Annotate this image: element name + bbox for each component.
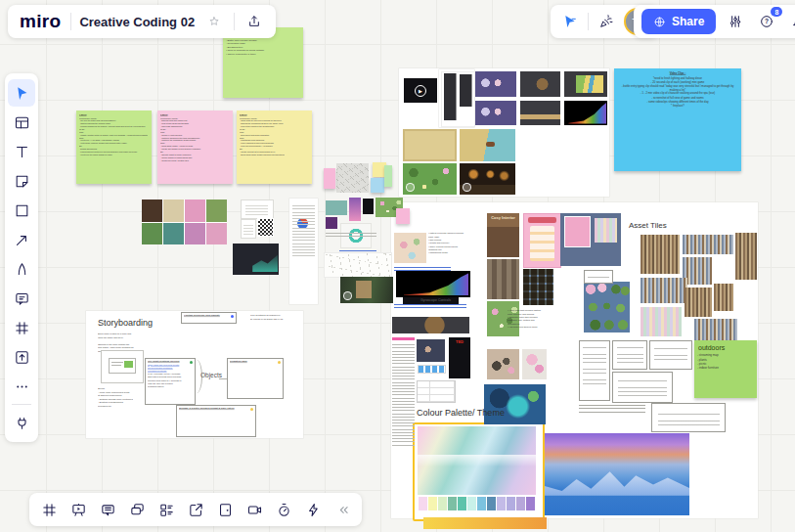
connection-line-tool[interactable] bbox=[8, 226, 35, 253]
image-asset-tiles-9[interactable] bbox=[694, 319, 737, 340]
sticky-note-small-green-1[interactable] bbox=[384, 165, 392, 187]
image-cosy-interior-art[interactable]: Cosy Interior bbox=[487, 213, 519, 257]
box-handwritten-box-1[interactable] bbox=[579, 340, 610, 401]
sticky-note-meeting-8-march[interactable]: 8 MarchMeeting Day Points: - Show what w… bbox=[237, 111, 312, 184]
sticky-note-small-pink-1[interactable] bbox=[324, 168, 335, 189]
box-wireframe-sketch[interactable] bbox=[101, 350, 144, 383]
box-handwritten-box-2[interactable] bbox=[612, 340, 647, 370]
image-hand-sketch[interactable] bbox=[324, 252, 392, 278]
image-dark-screenshot-2[interactable] bbox=[392, 317, 469, 333]
image-asset-tiles-6[interactable] bbox=[714, 284, 733, 311]
sticky-note-tool[interactable] bbox=[8, 167, 35, 195]
image-garden-scene[interactable] bbox=[403, 163, 457, 195]
box-handwritten-box-5[interactable] bbox=[651, 403, 726, 432]
image-asset-tiles-7[interactable] bbox=[685, 288, 712, 317]
box-note-box[interactable] bbox=[584, 270, 613, 284]
comments-panel-tool[interactable] bbox=[96, 498, 119, 521]
image-tan-map[interactable] bbox=[403, 129, 457, 161]
image-pink-highlight-line[interactable] bbox=[392, 337, 415, 340]
image-docs-thumb[interactable] bbox=[241, 200, 274, 219]
image-dark-game-2[interactable] bbox=[520, 101, 560, 125]
image-interior-scene[interactable] bbox=[460, 163, 515, 195]
box-handwritten-box-3[interactable] bbox=[649, 340, 692, 370]
box-relaxation-radio-node[interactable]: Relaxation radio bbox=[227, 358, 284, 399]
apps-tool[interactable] bbox=[8, 409, 35, 436]
box-tree-breathing-node[interactable]: Tree (plant) breathing exerciseshttps://… bbox=[145, 358, 196, 405]
image-vaporwave-image[interactable] bbox=[545, 433, 689, 515]
sticky-note-meeting-2-march[interactable]: 2 MarchMeeting Day Points: - Discuss ini… bbox=[157, 111, 233, 184]
text-tool[interactable] bbox=[8, 138, 35, 165]
notifications-bell-icon[interactable] bbox=[786, 10, 795, 33]
image-orange-strip[interactable] bbox=[423, 517, 547, 529]
box-handwritten-box-4[interactable] bbox=[612, 372, 673, 403]
image-purple-square-thumb[interactable] bbox=[326, 217, 337, 229]
image-furniture-tiles[interactable] bbox=[523, 269, 553, 305]
image-purple-tall-thumb[interactable] bbox=[349, 198, 361, 221]
help-button[interactable]: ? 8 bbox=[755, 10, 778, 33]
image-asset-tiles-3[interactable] bbox=[735, 233, 757, 280]
image-editor-screenshot[interactable] bbox=[441, 71, 475, 127]
comment-tool[interactable] bbox=[8, 285, 35, 312]
image-ui-pack-shot[interactable] bbox=[560, 213, 621, 266]
image-rainbow-chart-small[interactable] bbox=[564, 101, 607, 125]
image-hands-tablets[interactable] bbox=[142, 200, 227, 244]
image-cozy-room-art[interactable] bbox=[394, 233, 426, 263]
image-video-player-thumb[interactable]: ▶ bbox=[404, 78, 437, 103]
image-video-thumb-2[interactable] bbox=[417, 339, 445, 362]
export-tool[interactable] bbox=[184, 498, 207, 521]
collapse-toolbar-tool[interactable] bbox=[331, 498, 354, 521]
image-ted-talk-thumb[interactable]: TED bbox=[449, 337, 470, 378]
cards-tool[interactable] bbox=[155, 498, 178, 521]
image-room-art-2[interactable] bbox=[487, 259, 519, 299]
image-dark-thumb[interactable] bbox=[363, 199, 374, 214]
image-doc-page[interactable] bbox=[241, 219, 256, 239]
image-teal-thumb[interactable] bbox=[326, 200, 347, 215]
image-asset-tiles-5[interactable] bbox=[640, 278, 687, 303]
image-purple-game-2[interactable] bbox=[475, 101, 516, 125]
box-fishtank-node[interactable]: Fishtank gyroscope fluid simulate bbox=[181, 312, 237, 324]
sticky-note-meeting-1-march[interactable]: 1 MarchMeeting Day Points: - Go over the… bbox=[76, 111, 152, 184]
star-board-button[interactable] bbox=[202, 10, 226, 33]
select-tool[interactable] bbox=[8, 79, 35, 107]
image-palette-image[interactable] bbox=[418, 426, 536, 495]
image-map-screenshot[interactable] bbox=[564, 71, 607, 97]
image-table-thumb[interactable] bbox=[417, 380, 456, 403]
share-button[interactable]: Share bbox=[641, 9, 716, 34]
image-button-row[interactable] bbox=[418, 365, 446, 374]
sticky-note-video-clips[interactable]: Video Clips :*need to finish lighting an… bbox=[614, 68, 741, 171]
talktrack-tool[interactable] bbox=[243, 498, 266, 521]
export-board-button[interactable] bbox=[243, 10, 266, 33]
box-bottle-node[interactable]: Message in a bottle designed prompt & di… bbox=[176, 405, 256, 437]
chat-tool[interactable] bbox=[125, 498, 149, 521]
board-title[interactable]: Creative Coding 02 bbox=[79, 15, 195, 29]
templates-tool[interactable] bbox=[8, 109, 35, 136]
more-tools-tool[interactable] bbox=[8, 373, 35, 400]
image-pink-ui-shot[interactable] bbox=[523, 213, 561, 268]
image-asset-tiles-1[interactable] bbox=[640, 235, 680, 274]
sticky-note-small-pink-2[interactable] bbox=[396, 208, 410, 224]
frames-panel-tool[interactable] bbox=[37, 498, 61, 521]
image-dark-game-1[interactable] bbox=[520, 71, 560, 97]
sticky-note-small-blue-1[interactable] bbox=[371, 178, 384, 193]
image-beach-scene[interactable] bbox=[460, 129, 515, 161]
timer-tool[interactable] bbox=[272, 498, 295, 521]
pen-tool[interactable] bbox=[8, 255, 35, 283]
celebration-icon[interactable] bbox=[595, 10, 618, 33]
image-asset-tiles-2[interactable] bbox=[683, 235, 733, 254]
private-mode-tool[interactable] bbox=[213, 498, 237, 521]
upload-tool[interactable] bbox=[8, 343, 35, 371]
sticky-note-outdoors[interactable]: outdoors- streaming map - plants - picni… bbox=[694, 340, 757, 398]
follow-cursor-icon[interactable] bbox=[558, 10, 582, 33]
board-canvas[interactable]: ▶TEDCosy InteriorStoryboardingObjectsAss… bbox=[0, 0, 795, 532]
image-video-green-thumb[interactable] bbox=[340, 277, 393, 303]
shape-tool[interactable] bbox=[8, 197, 35, 224]
frame-tool[interactable] bbox=[8, 314, 35, 341]
image-analytics-dashboard[interactable] bbox=[233, 244, 279, 275]
image-pool-render[interactable] bbox=[484, 384, 546, 424]
presentation-mode-tool[interactable] bbox=[66, 498, 90, 521]
image-sketch-gray[interactable] bbox=[336, 163, 369, 193]
quick-actions-tool[interactable] bbox=[301, 498, 325, 521]
image-asset-tiles-8[interactable] bbox=[640, 307, 682, 336]
settings-sliders-icon[interactable] bbox=[724, 10, 747, 33]
image-qr-code[interactable] bbox=[257, 218, 274, 237]
